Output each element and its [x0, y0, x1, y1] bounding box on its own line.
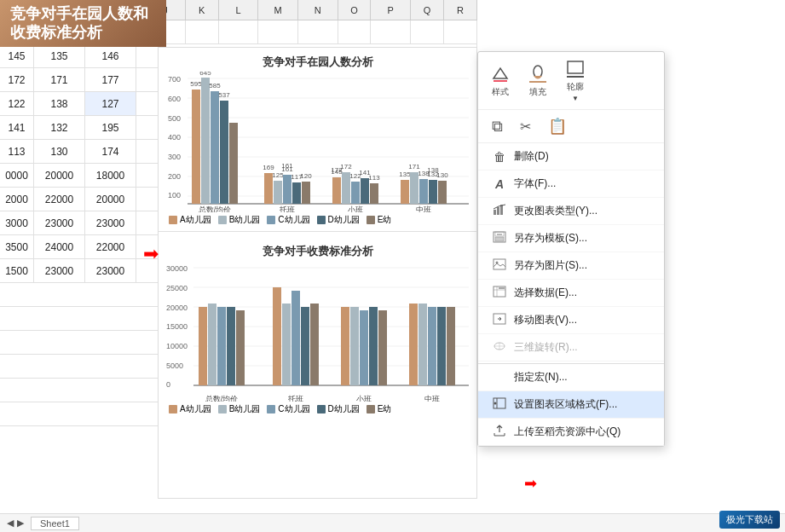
watermark-text: 极光下载站 — [726, 514, 773, 524]
legend-label-a: A幼儿园 — [180, 214, 211, 226]
menu-item-select-data[interactable]: 选择数据(E)... — [478, 280, 664, 307]
menu-item-macro[interactable]: 指定宏(N)... — [478, 363, 664, 391]
menu-item-save-image[interactable]: 另存为图片(S)... — [478, 252, 664, 280]
svg-rect-42 — [361, 178, 369, 204]
menu-item-change-chart-type[interactable]: 更改图表类型(Y)... — [478, 198, 664, 225]
nav-left-icon[interactable]: ◀ — [7, 518, 14, 529]
svg-rect-96 — [437, 307, 446, 385]
copy-icon[interactable]: ⧉ — [492, 118, 503, 136]
cell[interactable]: 24000 — [34, 235, 85, 258]
menu-item-move-chart[interactable]: 移动图表(V)... — [478, 307, 664, 334]
cell[interactable]: 23000 — [34, 259, 85, 282]
svg-rect-83 — [291, 291, 300, 385]
svg-text:300: 300 — [168, 153, 181, 161]
cell[interactable]: 23000 — [85, 259, 136, 282]
cell[interactable]: 138 — [34, 92, 85, 115]
cell[interactable] — [186, 20, 219, 43]
upload-icon — [492, 425, 507, 439]
svg-text:中班: 中班 — [424, 395, 440, 402]
nav-right-icon[interactable]: ▶ — [17, 518, 24, 529]
fill-button[interactable]: 填充 — [526, 64, 550, 98]
svg-text:5000: 5000 — [166, 361, 183, 370]
cell[interactable]: 22000 — [34, 188, 85, 211]
cell[interactable]: 130 — [34, 140, 85, 163]
save-image-icon — [492, 258, 507, 273]
cell[interactable]: 18000 — [85, 164, 136, 187]
menu-item-format-chart-area[interactable]: 设置图表区域格式(F)... — [478, 391, 664, 419]
cell[interactable]: 23000 — [34, 211, 85, 234]
svg-rect-53 — [429, 180, 437, 204]
cell[interactable]: 20000 — [34, 164, 85, 187]
chart-2-title: 竞争对手收费标准分析 — [165, 244, 470, 259]
outline-button[interactable]: 轮廓 ▼ — [563, 59, 587, 102]
cell[interactable]: 135 — [34, 44, 85, 67]
style-button[interactable]: 样式 — [488, 64, 512, 98]
paste-icon[interactable]: 📋 — [548, 117, 567, 136]
watermark: 极光下载站 — [719, 511, 780, 529]
menu-item-save-template[interactable]: 另存为模板(S)... — [478, 225, 664, 252]
context-menu[interactable]: 样式 填充 轮廓 ▼ ⧉ ✂ 📋 🗑 删除(D) A 字体(F)... — [477, 51, 665, 447]
cell[interactable] — [258, 20, 298, 43]
legend-label-b: B幼儿园 — [229, 214, 261, 226]
menu-item-delete[interactable]: 🗑 删除(D) — [478, 143, 664, 171]
cell[interactable] — [298, 20, 338, 43]
cell[interactable]: 122 — [0, 92, 34, 115]
menu-item-delete-label: 删除(D) — [514, 149, 549, 164]
legend2-label-a: A幼儿园 — [180, 403, 211, 415]
cell[interactable]: 141 — [0, 116, 34, 139]
svg-rect-102 — [568, 61, 583, 73]
cell[interactable]: 177 — [85, 68, 136, 91]
fill-icon — [526, 64, 550, 84]
svg-text:500: 500 — [168, 114, 181, 123]
cell[interactable]: 22000 — [85, 235, 136, 258]
cell[interactable]: 1500 — [0, 259, 34, 282]
svg-rect-76 — [208, 304, 216, 385]
sheet-tab[interactable]: Sheet1 — [31, 517, 79, 530]
svg-rect-15 — [192, 90, 200, 204]
cut-icon[interactable]: ✂ — [520, 119, 531, 135]
svg-text:0: 0 — [166, 380, 170, 389]
cell[interactable]: 2000 — [0, 188, 34, 211]
cell[interactable]: 23000 — [85, 211, 136, 234]
svg-text:700: 700 — [168, 75, 181, 84]
cell[interactable] — [338, 20, 372, 43]
menu-item-upload[interactable]: 上传至稻壳资源中心(Q) — [478, 419, 664, 446]
save-template-icon — [492, 231, 507, 246]
cell[interactable]: 174 — [85, 140, 136, 163]
svg-rect-90 — [369, 307, 378, 385]
svg-rect-93 — [409, 304, 418, 385]
cell[interactable]: 113 — [0, 140, 34, 163]
svg-text:161: 161 — [281, 162, 293, 170]
legend2-label-d: D幼儿园 — [328, 403, 360, 415]
legend2-color-b — [218, 405, 227, 413]
cell[interactable]: 146 — [85, 44, 136, 67]
svg-text:585: 585 — [209, 82, 221, 90]
svg-text:537: 537 — [218, 91, 230, 99]
svg-rect-78 — [227, 307, 235, 385]
delete-icon: 🗑 — [492, 150, 507, 164]
cell[interactable] — [411, 20, 444, 43]
legend2-item-b: B幼儿园 — [218, 403, 261, 415]
cell[interactable]: 172 — [0, 68, 34, 91]
legend-item-b: B幼儿园 — [218, 214, 261, 226]
cell[interactable]: 132 — [34, 116, 85, 139]
cell[interactable]: 127 — [85, 92, 136, 115]
svg-text:100: 100 — [168, 191, 181, 200]
cell[interactable]: 171 — [34, 68, 85, 91]
legend2-item-a: A幼儿园 — [169, 403, 211, 415]
cell[interactable] — [219, 20, 259, 43]
svg-rect-105 — [497, 207, 499, 215]
cell[interactable]: 20000 — [85, 188, 136, 211]
cell[interactable]: 3500 — [0, 235, 34, 258]
cell[interactable]: 195 — [85, 116, 136, 139]
svg-text:172: 172 — [331, 166, 343, 174]
cell[interactable]: 0000 — [0, 164, 34, 187]
cell[interactable] — [444, 20, 477, 43]
cell[interactable]: 145 — [0, 44, 34, 67]
menu-item-font[interactable]: A 字体(F)... — [478, 171, 664, 198]
cell[interactable]: 3000 — [0, 211, 34, 234]
menu-item-change-chart-type-label: 更改图表类型(Y)... — [514, 204, 597, 218]
cell[interactable] — [371, 20, 411, 43]
chart-container[interactable]: 竞争对手在园人数分析 700 600 500 400 300 200 100 5… — [158, 47, 477, 499]
svg-rect-55 — [438, 181, 447, 204]
